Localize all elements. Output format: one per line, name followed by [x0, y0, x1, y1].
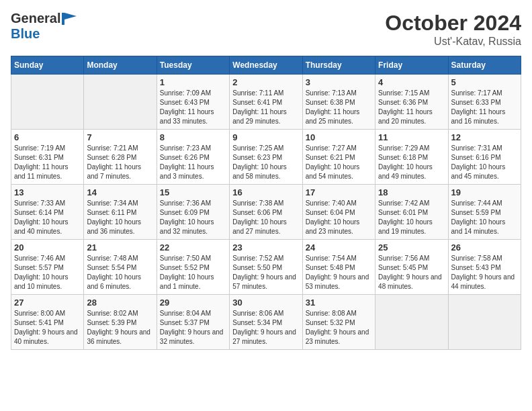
calendar-cell: 15Sunrise: 7:36 AMSunset: 6:09 PMDayligh…: [157, 185, 229, 240]
day-number: 28: [87, 298, 153, 308]
weekday-header-tuesday: Tuesday: [157, 56, 229, 75]
weekday-header-wednesday: Wednesday: [230, 56, 302, 75]
calendar-cell: 9Sunrise: 7:25 AMSunset: 6:23 PMDaylight…: [230, 130, 302, 185]
day-number: 6: [14, 132, 81, 142]
calendar-cell: 24Sunrise: 7:54 AMSunset: 5:48 PMDayligh…: [302, 240, 375, 295]
calendar-cell: 11Sunrise: 7:29 AMSunset: 6:18 PMDayligh…: [375, 130, 448, 185]
day-info: Sunrise: 7:36 AMSunset: 6:09 PMDaylight:…: [160, 199, 226, 236]
calendar-cell: 28Sunrise: 8:02 AMSunset: 5:39 PMDayligh…: [84, 295, 157, 350]
calendar-cell: 29Sunrise: 8:04 AMSunset: 5:37 PMDayligh…: [157, 295, 229, 350]
day-number: 30: [232, 298, 299, 308]
week-row-2: 6Sunrise: 7:19 AMSunset: 6:31 PMDaylight…: [11, 130, 521, 185]
day-number: 22: [160, 242, 226, 253]
calendar-cell: 23Sunrise: 7:52 AMSunset: 5:50 PMDayligh…: [230, 240, 302, 295]
day-info: Sunrise: 7:46 AMSunset: 5:57 PMDaylight:…: [14, 254, 81, 291]
week-row-1: 1Sunrise: 7:09 AMSunset: 6:43 PMDaylight…: [11, 75, 521, 130]
calendar-table: SundayMondayTuesdayWednesdayThursdayFrid…: [11, 56, 521, 350]
day-number: 23: [232, 242, 299, 253]
day-number: 3: [306, 77, 372, 87]
day-info: Sunrise: 7:56 AMSunset: 5:45 PMDaylight:…: [378, 254, 445, 291]
calendar-cell: 12Sunrise: 7:31 AMSunset: 6:16 PMDayligh…: [448, 130, 521, 185]
calendar-cell: 7Sunrise: 7:21 AMSunset: 6:28 PMDaylight…: [84, 130, 157, 185]
calendar-cell: 21Sunrise: 7:48 AMSunset: 5:54 PMDayligh…: [84, 240, 157, 295]
day-info: Sunrise: 7:25 AMSunset: 6:23 PMDaylight:…: [232, 144, 299, 181]
weekday-header-sunday: Sunday: [11, 56, 84, 75]
day-number: 27: [14, 298, 81, 308]
calendar-cell: 3Sunrise: 7:13 AMSunset: 6:38 PMDaylight…: [302, 75, 375, 130]
logo-general-text: General: [11, 11, 60, 26]
calendar-cell: 6Sunrise: 7:19 AMSunset: 6:31 PMDaylight…: [11, 130, 84, 185]
calendar-cell: 4Sunrise: 7:15 AMSunset: 6:36 PMDaylight…: [375, 75, 448, 130]
calendar-cell: [375, 295, 448, 350]
calendar-cell: 31Sunrise: 8:08 AMSunset: 5:32 PMDayligh…: [302, 295, 375, 350]
calendar-cell: [84, 75, 157, 130]
calendar-cell: 19Sunrise: 7:44 AMSunset: 5:59 PMDayligh…: [448, 185, 521, 240]
day-number: 25: [378, 242, 445, 253]
day-info: Sunrise: 7:54 AMSunset: 5:48 PMDaylight:…: [306, 254, 372, 291]
day-info: Sunrise: 8:00 AMSunset: 5:41 PMDaylight:…: [14, 309, 81, 347]
day-info: Sunrise: 7:11 AMSunset: 6:41 PMDaylight:…: [232, 89, 299, 126]
day-number: 7: [87, 132, 153, 142]
day-number: 17: [306, 187, 372, 197]
day-number: 26: [451, 242, 518, 253]
title-block: October 2024 Ust'-Katav, Russia: [385, 11, 521, 48]
calendar-cell: 18Sunrise: 7:42 AMSunset: 6:01 PMDayligh…: [375, 185, 448, 240]
day-info: Sunrise: 7:29 AMSunset: 6:18 PMDaylight:…: [378, 144, 445, 181]
calendar-cell: 10Sunrise: 7:27 AMSunset: 6:21 PMDayligh…: [302, 130, 375, 185]
day-info: Sunrise: 8:08 AMSunset: 5:32 PMDaylight:…: [306, 309, 372, 347]
day-info: Sunrise: 7:44 AMSunset: 5:59 PMDaylight:…: [451, 199, 518, 236]
calendar-cell: 1Sunrise: 7:09 AMSunset: 6:43 PMDaylight…: [157, 75, 229, 130]
day-info: Sunrise: 7:48 AMSunset: 5:54 PMDaylight:…: [87, 254, 153, 291]
calendar-cell: 2Sunrise: 7:11 AMSunset: 6:41 PMDaylight…: [230, 75, 302, 130]
weekday-header-friday: Friday: [375, 56, 448, 75]
day-info: Sunrise: 8:06 AMSunset: 5:34 PMDaylight:…: [232, 309, 299, 347]
day-info: Sunrise: 7:15 AMSunset: 6:36 PMDaylight:…: [378, 89, 445, 126]
calendar-cell: 20Sunrise: 7:46 AMSunset: 5:57 PMDayligh…: [11, 240, 84, 295]
svg-marker-0: [64, 13, 77, 19]
day-info: Sunrise: 7:13 AMSunset: 6:38 PMDaylight:…: [306, 89, 372, 126]
weekday-header-thursday: Thursday: [302, 56, 375, 75]
day-number: 12: [451, 132, 518, 142]
calendar-cell: 26Sunrise: 7:58 AMSunset: 5:43 PMDayligh…: [448, 240, 521, 295]
day-info: Sunrise: 7:09 AMSunset: 6:43 PMDaylight:…: [160, 89, 226, 126]
day-number: 18: [378, 187, 445, 197]
day-number: 20: [14, 242, 81, 253]
week-row-4: 20Sunrise: 7:46 AMSunset: 5:57 PMDayligh…: [11, 240, 521, 295]
calendar-cell: 17Sunrise: 7:40 AMSunset: 6:04 PMDayligh…: [302, 185, 375, 240]
day-number: 11: [378, 132, 445, 142]
week-row-5: 27Sunrise: 8:00 AMSunset: 5:41 PMDayligh…: [11, 295, 521, 350]
logo: General Blue: [11, 11, 77, 42]
calendar-cell: 22Sunrise: 7:50 AMSunset: 5:52 PMDayligh…: [157, 240, 229, 295]
logo-flag-icon: [62, 13, 77, 25]
day-info: Sunrise: 7:17 AMSunset: 6:33 PMDaylight:…: [451, 89, 518, 126]
day-number: 9: [232, 132, 299, 142]
day-info: Sunrise: 7:21 AMSunset: 6:28 PMDaylight:…: [87, 144, 153, 181]
calendar-cell: 5Sunrise: 7:17 AMSunset: 6:33 PMDaylight…: [448, 75, 521, 130]
day-info: Sunrise: 7:50 AMSunset: 5:52 PMDaylight:…: [160, 254, 226, 291]
day-number: 31: [306, 298, 372, 308]
calendar-cell: [448, 295, 521, 350]
calendar-cell: 30Sunrise: 8:06 AMSunset: 5:34 PMDayligh…: [230, 295, 302, 350]
day-number: 5: [451, 77, 518, 87]
day-info: Sunrise: 7:40 AMSunset: 6:04 PMDaylight:…: [306, 199, 372, 236]
day-info: Sunrise: 7:58 AMSunset: 5:43 PMDaylight:…: [451, 254, 518, 291]
day-info: Sunrise: 8:02 AMSunset: 5:39 PMDaylight:…: [87, 309, 153, 347]
calendar-cell: 13Sunrise: 7:33 AMSunset: 6:14 PMDayligh…: [11, 185, 84, 240]
day-info: Sunrise: 8:04 AMSunset: 5:37 PMDaylight:…: [160, 309, 226, 347]
day-number: 14: [87, 187, 153, 197]
day-info: Sunrise: 7:27 AMSunset: 6:21 PMDaylight:…: [306, 144, 372, 181]
calendar-subtitle: Ust'-Katav, Russia: [385, 36, 521, 48]
day-info: Sunrise: 7:42 AMSunset: 6:01 PMDaylight:…: [378, 199, 445, 236]
day-number: 4: [378, 77, 445, 87]
calendar-cell: 25Sunrise: 7:56 AMSunset: 5:45 PMDayligh…: [375, 240, 448, 295]
day-info: Sunrise: 7:38 AMSunset: 6:06 PMDaylight:…: [232, 199, 299, 236]
calendar-cell: 16Sunrise: 7:38 AMSunset: 6:06 PMDayligh…: [230, 185, 302, 240]
week-row-3: 13Sunrise: 7:33 AMSunset: 6:14 PMDayligh…: [11, 185, 521, 240]
calendar-cell: 14Sunrise: 7:34 AMSunset: 6:11 PMDayligh…: [84, 185, 157, 240]
day-number: 19: [451, 187, 518, 197]
day-number: 8: [160, 132, 226, 142]
day-info: Sunrise: 7:19 AMSunset: 6:31 PMDaylight:…: [14, 144, 81, 181]
weekday-header-saturday: Saturday: [448, 56, 521, 75]
calendar-cell: 8Sunrise: 7:23 AMSunset: 6:26 PMDaylight…: [157, 130, 229, 185]
svg-rect-1: [62, 13, 64, 25]
